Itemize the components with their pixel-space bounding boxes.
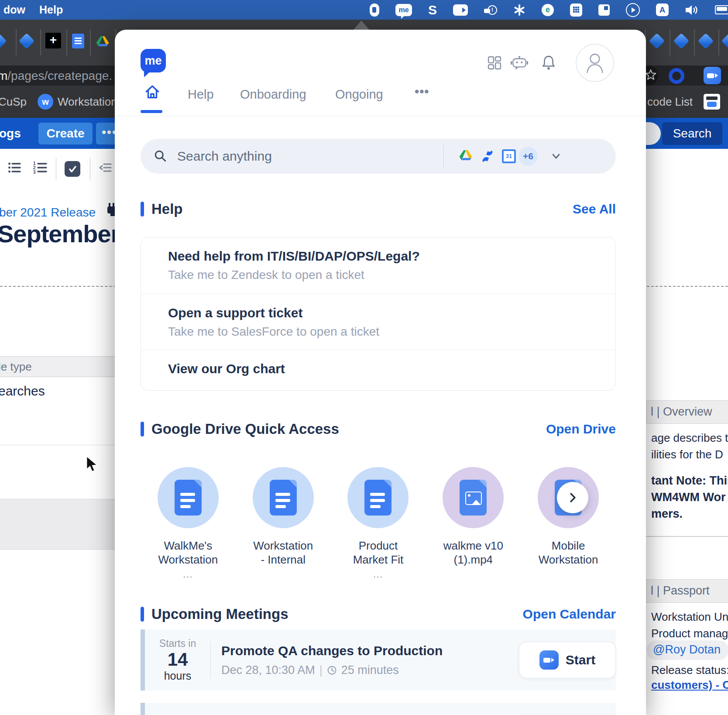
tab-ongoing[interactable]: Ongoing — [335, 87, 383, 102]
volume-icon[interactable] — [685, 4, 699, 16]
outdent-icon[interactable] — [99, 161, 112, 174]
meeting-card[interactable]: Starts in Start — [141, 703, 616, 715]
avatar[interactable] — [576, 44, 614, 82]
starts-in-label: Starts in — [159, 638, 196, 649]
walkme-workstation-popup: me — [115, 30, 646, 715]
walkme-menubar-icon[interactable]: me — [395, 4, 412, 16]
help-item-zendesk[interactable]: Need help from IT/IS/BI/DAP/OPS/Legal? T… — [141, 237, 615, 294]
tab-more[interactable]: ••• — [415, 85, 429, 99]
google-calendar-icon[interactable]: 31 — [502, 149, 516, 163]
drive-file-product-market-fit[interactable]: Product Market Fit ... — [331, 467, 426, 581]
carousel-next-button[interactable] — [557, 482, 588, 513]
jira-tab-icon[interactable] — [673, 33, 690, 49]
see-all-link[interactable]: See All — [573, 202, 616, 217]
bookmark-star-icon[interactable] — [645, 69, 657, 81]
notion-tab-icon[interactable]: + — [45, 33, 61, 48]
bell-icon[interactable] — [542, 54, 556, 71]
dashboard-icon[interactable] — [488, 56, 501, 70]
table-cell-searches[interactable]: earches — [0, 384, 45, 399]
zoom-icon[interactable] — [453, 4, 468, 16]
jira-tab-icon[interactable] — [721, 33, 728, 49]
chart-icon[interactable] — [598, 4, 610, 16]
drive-file-walkme-v10-mp4[interactable]: walkme v10 (1).mp4 — [426, 467, 521, 581]
open-calendar-link[interactable]: Open Calendar — [523, 607, 616, 622]
task-checkbox-icon[interactable] — [65, 161, 80, 177]
start-label: Start — [566, 653, 595, 667]
meeting-card[interactable]: Starts in 14 hours Promote QA changes to… — [141, 629, 616, 691]
numbered-list-icon[interactable]: 1 2 3 — [33, 161, 47, 174]
tab-help[interactable]: Help — [188, 87, 214, 102]
help-item-title: Need help from IT/IS/BI/DAP/OPS/Legal? — [168, 249, 615, 264]
menu-help[interactable]: Help — [39, 0, 63, 20]
create-button[interactable]: Create — [38, 123, 93, 144]
breadcrumb-release-link[interactable]: ber 2021 Release — [0, 206, 96, 220]
home-tab-icon[interactable] — [144, 84, 161, 100]
clock-icon — [327, 665, 337, 675]
eset-icon[interactable]: e — [542, 4, 554, 16]
docker-warning-icon[interactable]: ! — [484, 3, 497, 17]
zoom-extension-icon[interactable] — [704, 67, 721, 84]
help-card: Need help from IT/IS/BI/DAP/OPS/Legal? T… — [141, 237, 616, 391]
open-drive-link[interactable]: Open Drive — [546, 422, 616, 437]
table-header-label: le type — [0, 357, 32, 377]
calendar-day: 31 — [506, 153, 512, 159]
search-placeholder: Search anything — [177, 149, 272, 164]
jira-tab-icon[interactable] — [649, 33, 665, 49]
person-icon — [586, 53, 604, 73]
record-icon[interactable] — [370, 3, 379, 17]
overview-panel-tab[interactable]: l | Overview — [633, 400, 728, 424]
jira-tab-icon[interactable] — [0, 33, 7, 49]
help-item-org-chart[interactable]: View our Org chart — [141, 350, 615, 391]
status-icon-tray: me S ! e A — [370, 0, 728, 20]
bookmark-code-list[interactable]: code List — [647, 86, 693, 118]
play-circle-icon[interactable] — [626, 3, 640, 17]
meeting-accent-bar — [141, 703, 145, 715]
user-mention-link[interactable]: @Roy Dotan — [647, 640, 728, 660]
chevron-down-icon[interactable] — [550, 151, 562, 162]
drive-file-walkmes-workstation[interactable]: WalkMe's Workstation ... — [141, 467, 236, 581]
bullet-list-icon[interactable] — [8, 161, 21, 174]
search-button[interactable]: Search — [662, 122, 722, 145]
passport-panel-tab[interactable]: l | Passport — [633, 579, 728, 603]
bookmark-cusp[interactable]: CuSp — [0, 86, 27, 118]
extension-circle-icon[interactable] — [669, 68, 684, 84]
asterisk-icon[interactable] — [513, 4, 525, 16]
nav-blogs[interactable]: ogs — [0, 118, 21, 149]
google-docs-tab-icon[interactable] — [72, 34, 84, 48]
table-row-gray — [0, 499, 131, 550]
tab-onboarding[interactable]: Onboarding — [240, 87, 306, 102]
body-text: age describes t — [651, 431, 728, 445]
bookmark-workstation[interactable]: Workstation — [58, 86, 117, 118]
active-tab-indicator — [141, 110, 162, 113]
drive-file-workstation-internal[interactable]: Workstation - Internal — [236, 467, 331, 581]
more-apps-badge[interactable]: +6 — [519, 147, 538, 166]
search-bar[interactable]: Search anything 31 +6 — [141, 139, 616, 174]
jira-tab-icon[interactable] — [19, 33, 35, 49]
workstation-favicon[interactable]: w — [38, 94, 53, 110]
section-accent-bar — [141, 202, 144, 217]
starts-in-value: 14 — [168, 649, 188, 670]
help-item-salesforce[interactable]: Open a support ticket Take me to SalesFo… — [141, 294, 615, 350]
help-item-title: View our Org chart — [168, 361, 615, 376]
table-header-row: le type — [0, 356, 131, 377]
popup-anchor-arrow — [354, 21, 369, 30]
bot-icon[interactable] — [510, 55, 529, 72]
drive-section-header: Google Drive Quick Access Open Drive — [141, 421, 616, 437]
google-drive-icon[interactable] — [459, 149, 472, 161]
customers-link[interactable]: customers) - C — [651, 678, 728, 692]
start-meeting-button[interactable]: Start — [519, 642, 616, 678]
drive-file-mobile-workstation[interactable]: Mobile Workstation — [521, 467, 616, 581]
grid-tile-icon[interactable] — [570, 3, 582, 17]
battery-icon — [715, 5, 728, 14]
help-section-title: Help — [151, 201, 183, 217]
table-row[interactable]: earches — [0, 377, 131, 445]
google-drive-tab-icon[interactable] — [96, 35, 109, 47]
confluence-icon[interactable] — [481, 149, 494, 163]
starts-in-unit: hours — [164, 670, 192, 682]
menu-window[interactable]: dow — [3, 0, 25, 20]
letter-a-icon[interactable]: A — [656, 3, 669, 16]
slack-icon[interactable]: S — [428, 3, 437, 17]
jira-tab-icon[interactable] — [698, 33, 714, 49]
meeting-datetime: Dec 28, 10:30 AM | 25 minutes — [221, 663, 519, 677]
walkme-favicon[interactable] — [704, 94, 720, 110]
